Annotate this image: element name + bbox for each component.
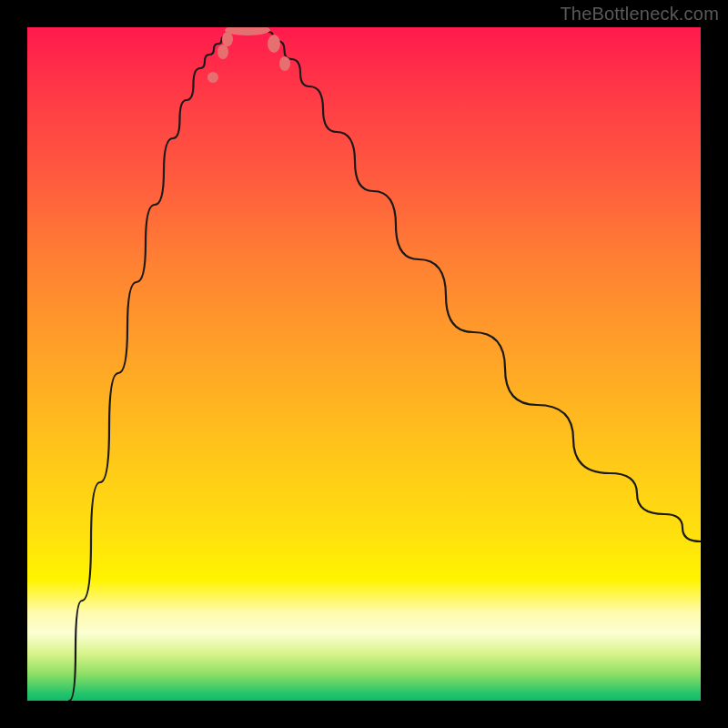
dot-left-low <box>222 32 233 46</box>
credit-text: TheBottleneck.com <box>560 4 719 25</box>
curve-group <box>69 29 701 701</box>
bar-bottom <box>225 27 270 35</box>
dot-right-low <box>268 35 280 53</box>
plot-area <box>27 27 701 701</box>
curve-right-curve <box>268 32 701 541</box>
chart-frame: TheBottleneck.com <box>0 0 728 728</box>
dot-left-mid <box>217 45 228 59</box>
dot-right-up <box>279 56 290 71</box>
chart-svg <box>27 27 701 701</box>
marker-group <box>207 27 290 83</box>
curve-left-curve <box>69 32 229 701</box>
dot-left-upper <box>207 72 218 83</box>
